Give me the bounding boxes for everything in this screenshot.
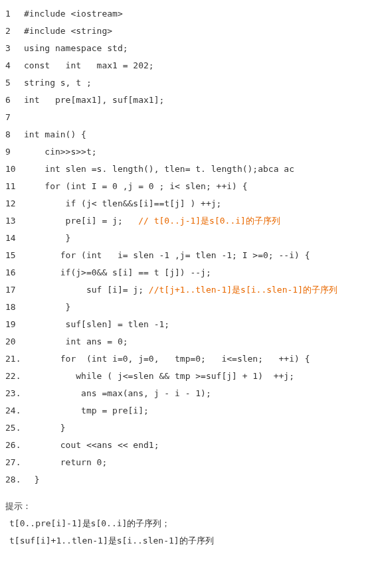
code-text: for (int i=0, j=0, tmp=0; i<=slen; ++i) … bbox=[24, 350, 310, 368]
line-number: 8 bbox=[5, 126, 24, 143]
line-number: 4 bbox=[5, 57, 24, 74]
code-line: 15 for (int i= slen -1 ,j= tlen -1; I >=… bbox=[5, 247, 368, 264]
line-number: 7 bbox=[5, 109, 24, 126]
code-text: int ans = 0; bbox=[24, 333, 128, 350]
code-text: pre[i] = j; bbox=[24, 212, 138, 230]
code-line: 8int main() { bbox=[5, 126, 368, 143]
line-number: 19 bbox=[5, 316, 24, 333]
line-number: 16 bbox=[5, 264, 24, 281]
code-line: 25. } bbox=[5, 419, 368, 437]
code-text: ans =max(ans, j - i - 1); bbox=[24, 385, 211, 402]
line-number: 2 bbox=[5, 23, 24, 40]
code-line: 1#include <iostream> bbox=[5, 5, 368, 23]
line-number: 15 bbox=[5, 247, 24, 264]
code-text: using namespace std; bbox=[24, 40, 128, 57]
line-number: 21. bbox=[5, 350, 24, 368]
code-line: 18 } bbox=[5, 299, 368, 316]
code-line: 7 bbox=[5, 109, 368, 126]
line-number: 11 bbox=[5, 178, 24, 195]
code-block: 1#include <iostream> 2#include <string> … bbox=[0, 0, 368, 488]
code-line: 17 suf [i]= j; //t[j+1..tlen-1]是s[i..sle… bbox=[5, 281, 368, 299]
code-line: 23. ans =max(ans, j - i - 1); bbox=[5, 385, 368, 402]
code-text: cin>>s>>t; bbox=[24, 143, 97, 161]
line-number: 10 bbox=[5, 161, 24, 178]
line-number: 28. bbox=[5, 471, 24, 488]
code-text: tmp = pre[i]; bbox=[24, 402, 149, 419]
code-line: 9 cin>>s>>t; bbox=[5, 143, 368, 161]
code-comment: //t[j+1..tlen-1]是s[i..slen-1]的子序列 bbox=[149, 281, 337, 299]
hint-title: 提示： bbox=[5, 498, 368, 515]
code-line: 5string s, t ; bbox=[5, 74, 368, 92]
line-number: 26. bbox=[5, 437, 24, 454]
line-number: 22. bbox=[5, 368, 24, 385]
hint-line: t[0..pre[i]-1]是s[0..i]的子序列； bbox=[5, 515, 368, 532]
code-line: 19 suf[slen] = tlen -1; bbox=[5, 316, 368, 333]
line-number: 6 bbox=[5, 92, 24, 109]
line-number: 12 bbox=[5, 195, 24, 212]
code-line: 2#include <string> bbox=[5, 23, 368, 40]
code-comment: // t[0..j-1]是s[0..i]的子序列 bbox=[138, 212, 280, 230]
line-number: 20 bbox=[5, 333, 24, 350]
code-text: int pre[max1], suf[max1]; bbox=[24, 92, 164, 109]
code-line: 10 int slen =s. length(), tlen= t. lengt… bbox=[5, 161, 368, 178]
line-number: 27. bbox=[5, 454, 24, 471]
code-text: for (int i= slen -1 ,j= tlen -1; I >=0; … bbox=[24, 247, 310, 264]
code-line: 4const int max1 = 202; bbox=[5, 57, 368, 74]
code-text: for (int I = 0 ,j = 0 ; i< slen; ++i) { bbox=[24, 178, 248, 195]
code-line: 13 pre[i] = j; // t[0..j-1]是s[0..i]的子序列 bbox=[5, 212, 368, 230]
code-line: 12 if (j< tlen&&s[i]==t[j] ) ++j; bbox=[5, 195, 368, 212]
code-line: 22. while ( j<=slen && tmp >=suf[j] + 1)… bbox=[5, 368, 368, 385]
code-line: 16 if(j>=0&& s[i] == t [j]) --j; bbox=[5, 264, 368, 281]
line-number: 18 bbox=[5, 299, 24, 316]
code-line: 6int pre[max1], suf[max1]; bbox=[5, 92, 368, 109]
code-text: if (j< tlen&&s[i]==t[j] ) ++j; bbox=[24, 195, 221, 212]
line-number: 9 bbox=[5, 143, 24, 161]
code-text: } bbox=[24, 299, 70, 316]
line-number: 1 bbox=[5, 5, 24, 23]
code-text: const int max1 = 202; bbox=[24, 57, 154, 74]
code-text: return 0; bbox=[24, 454, 107, 471]
code-text: suf [i]= j; bbox=[24, 281, 149, 299]
line-number: 14 bbox=[5, 230, 24, 247]
code-text: } bbox=[24, 471, 39, 488]
code-line: 27. return 0; bbox=[5, 454, 368, 471]
hint-block: 提示： t[0..pre[i]-1]是s[0..i]的子序列； t[suf[i]… bbox=[0, 488, 368, 550]
line-number: 23. bbox=[5, 385, 24, 402]
code-text: while ( j<=slen && tmp >=suf[j] + 1) ++j… bbox=[24, 368, 294, 385]
line-number: 5 bbox=[5, 74, 24, 92]
code-line: 20 int ans = 0; bbox=[5, 333, 368, 350]
code-text: int main() { bbox=[24, 126, 86, 143]
code-text: int slen =s. length(), tlen= t. length()… bbox=[24, 161, 294, 178]
code-line: 21. for (int i=0, j=0, tmp=0; i<=slen; +… bbox=[5, 350, 368, 368]
line-number: 17 bbox=[5, 281, 24, 299]
code-text: if(j>=0&& s[i] == t [j]) --j; bbox=[24, 264, 211, 281]
code-text: cout <<ans << end1; bbox=[24, 437, 159, 454]
line-number: 3 bbox=[5, 40, 24, 57]
line-number: 25. bbox=[5, 419, 24, 437]
code-text: #include <string> bbox=[24, 23, 112, 40]
code-line: 3using namespace std; bbox=[5, 40, 368, 57]
code-text: } bbox=[24, 230, 70, 247]
hint-line: t[suf[i]+1..tlen-1]是s[i..slen-1]的子序列 bbox=[5, 532, 368, 550]
code-line: 24. tmp = pre[i]; bbox=[5, 402, 368, 419]
code-line: 11 for (int I = 0 ,j = 0 ; i< slen; ++i)… bbox=[5, 178, 368, 195]
code-line: 28. } bbox=[5, 471, 368, 488]
code-line: 14 } bbox=[5, 230, 368, 247]
line-number: 24. bbox=[5, 402, 24, 419]
code-line: 26. cout <<ans << end1; bbox=[5, 437, 368, 454]
code-text: #include <iostream> bbox=[24, 5, 123, 23]
code-text: suf[slen] = tlen -1; bbox=[24, 316, 169, 333]
code-text: string s, t ; bbox=[24, 74, 92, 92]
code-text: } bbox=[24, 419, 66, 437]
line-number: 13 bbox=[5, 212, 24, 230]
